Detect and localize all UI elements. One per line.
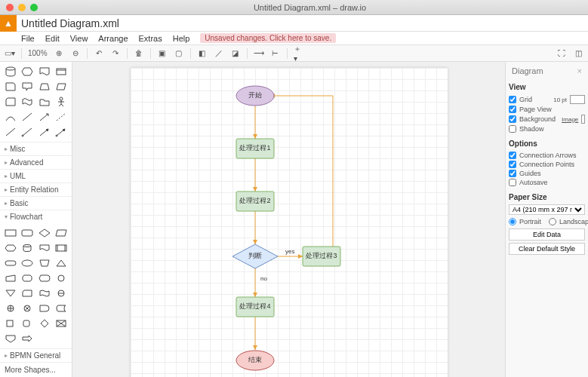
fc-tri-icon[interactable] (54, 256, 69, 270)
menu-view[interactable]: View (70, 34, 88, 43)
category-advanced[interactable]: Advanced (0, 155, 72, 169)
fc-manual-icon[interactable] (37, 256, 52, 270)
shape-step-icon[interactable] (54, 65, 69, 78)
fc-dia2-icon[interactable] (37, 317, 52, 330)
fc-term-icon[interactable] (3, 256, 18, 270)
connection-arrows-checkbox[interactable] (509, 152, 516, 159)
shape-document-icon[interactable] (37, 65, 52, 78)
category-basic[interactable]: Basic (0, 196, 72, 210)
document-title[interactable]: Untitled Diagram.xml (17, 17, 119, 29)
category-bpmn[interactable]: BPMN General (0, 348, 72, 362)
fc-off-icon[interactable] (3, 332, 18, 345)
guides-checkbox[interactable] (509, 170, 516, 177)
to-front-icon[interactable]: ▣ (157, 48, 168, 59)
clear-default-style-button[interactable]: Clear Default Style (509, 243, 585, 255)
landscape-radio[interactable] (549, 218, 556, 225)
fc-parallel-icon[interactable] (54, 226, 69, 240)
menu-extras[interactable]: Extras (139, 34, 162, 43)
format-panel-icon[interactable]: ◫ (573, 48, 583, 59)
shape-connector3-icon[interactable] (37, 125, 52, 139)
shadow-checkbox[interactable] (509, 125, 516, 133)
fc-rect-icon[interactable] (3, 226, 18, 240)
more-shapes-link[interactable]: More Shapes... (0, 362, 72, 377)
maximize-window-button[interactable] (30, 4, 38, 11)
fc-circle-icon[interactable] (54, 271, 69, 285)
fc-tape2-icon[interactable] (37, 287, 52, 300)
fc-sum-icon[interactable] (20, 302, 35, 315)
shape-hexagon-icon[interactable] (20, 65, 35, 78)
fc-card-icon[interactable] (20, 287, 35, 300)
shape-callout-icon[interactable] (20, 80, 35, 93)
fc-ellipse-icon[interactable] (20, 256, 35, 270)
fc-stored-icon[interactable] (54, 302, 69, 315)
category-uml[interactable]: UML (0, 169, 72, 182)
line-color-icon[interactable]: ／ (214, 48, 224, 59)
shape-dashed-line-icon[interactable] (54, 110, 69, 124)
fc-delay-icon[interactable] (37, 302, 52, 315)
category-misc[interactable]: Misc (0, 142, 72, 155)
fc-hex-icon[interactable] (3, 241, 18, 255)
autosave-checkbox[interactable] (509, 179, 516, 186)
fc-sq-icon[interactable] (3, 317, 18, 330)
fc-or-icon[interactable] (3, 302, 18, 315)
shape-trapezoid-icon[interactable] (37, 80, 52, 93)
page-setup-icon[interactable]: ▭▾ (5, 48, 15, 59)
fc-diamond-icon[interactable] (37, 226, 52, 240)
fc-round-icon[interactable] (20, 226, 35, 240)
zoom-select[interactable]: 100% (28, 49, 48, 57)
delete-icon[interactable]: 🗑 (134, 48, 144, 59)
canvas[interactable]: 开始 处理过程1 处理过程2 判断 yes no 处理过程3 处理过程4 结束 (72, 62, 505, 377)
zoom-out-icon[interactable]: ⊖ (70, 48, 81, 59)
connection-icon[interactable]: ⟶ (254, 48, 264, 59)
pageview-checkbox[interactable] (509, 106, 516, 113)
background-color-swatch[interactable] (581, 115, 585, 124)
edit-data-button[interactable]: Edit Data (509, 228, 585, 241)
shape-connector1-icon[interactable] (3, 125, 18, 139)
shape-connector4-icon[interactable] (54, 125, 69, 139)
shape-connector2-icon[interactable] (20, 125, 35, 139)
category-entity-relation[interactable]: Entity Relation (0, 182, 72, 196)
shadow-icon[interactable]: ◪ (230, 48, 241, 59)
background-checkbox[interactable] (509, 115, 516, 123)
connection-points-checkbox[interactable] (509, 161, 516, 168)
portrait-radio[interactable] (509, 218, 516, 225)
shape-tape-icon[interactable] (20, 95, 35, 109)
menu-edit[interactable]: Edit (45, 34, 60, 43)
shape-parallelogram-icon[interactable] (54, 80, 69, 93)
fill-color-icon[interactable]: ◧ (197, 48, 208, 59)
canvas-page[interactable]: 开始 处理过程1 处理过程2 判断 yes no 处理过程3 处理过程4 结束 (131, 68, 448, 377)
grid-checkbox[interactable] (509, 96, 516, 103)
fc-arrow-icon[interactable] (20, 332, 35, 345)
fc-mag-icon[interactable] (54, 287, 69, 300)
fc-cyl-icon[interactable] (20, 241, 35, 255)
add-icon[interactable]: ＋▾ (294, 48, 304, 59)
shape-arrow-line-icon[interactable] (37, 110, 52, 124)
menu-arrange[interactable]: Arrange (98, 34, 128, 43)
menu-help[interactable]: Help (173, 34, 190, 43)
to-back-icon[interactable]: ▢ (174, 48, 184, 59)
menu-file[interactable]: File (21, 34, 35, 43)
minimize-window-button[interactable] (18, 4, 26, 11)
shape-note-icon[interactable] (3, 80, 18, 93)
waypoint-icon[interactable]: ⊢ (270, 48, 281, 59)
shape-card-icon[interactable] (3, 95, 18, 109)
unsaved-warning[interactable]: Unsaved changes. Click here to save. (200, 33, 336, 43)
fc-manin-icon[interactable] (3, 271, 18, 285)
zoom-in-icon[interactable]: ⊕ (54, 48, 64, 59)
fc-x-icon[interactable] (54, 317, 69, 330)
fc-loop-icon[interactable] (20, 271, 35, 285)
category-flowchart[interactable]: Flowchart (0, 210, 72, 223)
fc-doc-icon[interactable] (37, 241, 52, 255)
format-panel-close-icon[interactable]: × (577, 66, 582, 75)
grid-color-swatch[interactable] (570, 95, 585, 104)
undo-icon[interactable]: ↶ (94, 48, 104, 59)
close-window-button[interactable] (6, 4, 14, 11)
fc-rr-icon[interactable] (20, 317, 35, 330)
shape-cylinder-icon[interactable] (3, 65, 18, 78)
fc-display-icon[interactable] (37, 271, 52, 285)
fc-inv-tri-icon[interactable] (3, 287, 18, 300)
paper-size-select[interactable]: A4 (210 mm x 297 mm) (509, 204, 585, 215)
fc-predef-icon[interactable] (54, 241, 69, 255)
shape-curve-icon[interactable] (3, 110, 18, 124)
shape-line-icon[interactable] (20, 110, 35, 124)
